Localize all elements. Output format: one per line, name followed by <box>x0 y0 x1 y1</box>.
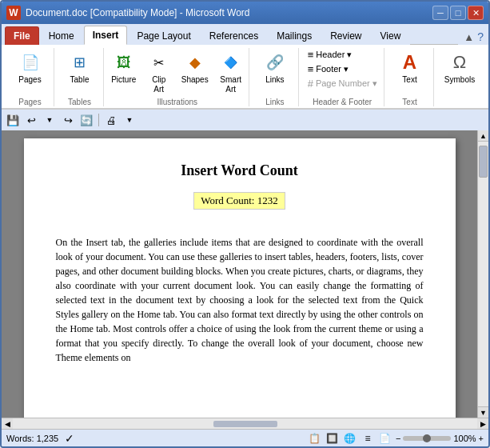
symbols-icon: Ω <box>447 50 472 75</box>
h-scroll-track[interactable] <box>13 418 477 429</box>
tab-home[interactable]: Home <box>40 26 83 45</box>
document-title: Insert Word Count <box>56 162 424 179</box>
status-bar-right: 📋 🔲 🌐 ≡ 📄 − 100% + <box>308 431 484 446</box>
picture-button[interactable]: 🖼 Picture <box>108 48 140 86</box>
header-button[interactable]: ≡ Header ▾ <box>305 48 380 62</box>
print-qa-button[interactable]: 🖨 <box>103 112 119 128</box>
text-icon: A <box>397 50 423 75</box>
pages-label: Pages <box>18 75 41 85</box>
quick-access-toolbar: 💾 ↩ ▼ ↪ 🔄 🖨 ▼ <box>2 110 488 130</box>
scroll-track[interactable] <box>478 142 488 406</box>
footer-icon: ≡ <box>308 63 314 75</box>
window-title: Document.doc [Compatibility Mode] - Micr… <box>26 7 250 18</box>
scroll-down-button[interactable]: ▼ <box>478 406 488 418</box>
text-label: Text <box>402 75 416 85</box>
scroll-thumb[interactable] <box>479 146 488 178</box>
tab-view[interactable]: View <box>372 26 410 45</box>
horizontal-scrollbar[interactable]: ◀ ▶ <box>2 418 488 429</box>
links-label: Links <box>265 75 284 85</box>
symbols-button[interactable]: Ω Symbols <box>441 48 478 86</box>
header-footer-group-items: ≡ Header ▾ ≡ Footer ▾ # Page Number ▾ <box>305 48 380 96</box>
title-bar: W Document.doc [Compatibility Mode] - Mi… <box>2 2 488 24</box>
minimize-button[interactable]: ─ <box>432 6 448 20</box>
app-icon: W <box>6 6 21 20</box>
save-qa-button[interactable]: 💾 <box>5 112 21 128</box>
ribbon-tabs: File Home Insert Page Layout References … <box>2 24 488 45</box>
status-bar: Words: 1,235 ✓ 📋 🔲 🌐 ≡ 📄 − 100% + <box>2 429 488 446</box>
table-label: Table <box>70 75 90 85</box>
view-full-icon[interactable]: 🔲 <box>325 431 340 446</box>
shapes-button[interactable]: ◆ Shapes <box>178 48 212 86</box>
view-draft-icon[interactable]: 📄 <box>378 431 392 446</box>
zoom-in-button[interactable]: + <box>479 434 484 443</box>
vertical-scrollbar[interactable]: ▲ ▼ <box>477 130 488 418</box>
help-icon[interactable]: ▲ <box>464 31 474 43</box>
redo-qa-button[interactable]: ↪ <box>60 112 76 128</box>
word-count-label: Word Count: <box>201 194 254 206</box>
ribbon-group-symbols: Ω Symbols <box>436 48 484 106</box>
clip-art-button[interactable]: ✂ ClipArt <box>143 48 175 96</box>
maximize-button[interactable]: □ <box>450 6 466 20</box>
scroll-right-button[interactable]: ▶ <box>477 418 488 429</box>
pages-button[interactable]: 📄 Pages <box>14 48 46 86</box>
smartart-icon: 🔷 <box>218 50 244 75</box>
text-group-label: Text <box>402 98 416 106</box>
undo-dropdown-button[interactable]: ▼ <box>42 112 58 128</box>
tab-mailings[interactable]: Mailings <box>268 26 321 45</box>
status-bar-left: Words: 1,235 ✓ <box>6 432 74 445</box>
view-web-icon[interactable]: 🌐 <box>343 431 357 446</box>
ribbon-content: 📄 Pages Pages ⊞ Table Tables <box>2 45 488 109</box>
close-button[interactable]: ✕ <box>468 6 484 20</box>
document-body: On the Insert tab, the galleries include… <box>56 235 424 365</box>
word-count-value: 1232 <box>257 194 278 206</box>
links-group-items: 🔗 Links <box>259 48 291 96</box>
page-number-label: Page Number ▾ <box>316 78 377 89</box>
footer-button[interactable]: ≡ Footer ▾ <box>305 62 380 76</box>
tab-insert[interactable]: Insert <box>84 26 128 45</box>
h-scroll-thumb[interactable] <box>213 421 277 427</box>
ribbon-group-links: 🔗 Links Links <box>251 48 299 106</box>
tab-file[interactable]: File <box>5 26 39 45</box>
scroll-left-button[interactable]: ◀ <box>2 418 13 429</box>
view-outline-icon[interactable]: ≡ <box>361 431 375 446</box>
scroll-up-button[interactable]: ▲ <box>478 130 488 142</box>
smartart-button[interactable]: 🔷 SmartArt <box>215 48 247 96</box>
zoom-slider[interactable] <box>403 436 451 441</box>
symbols-group-items: Ω Symbols <box>441 48 478 105</box>
text-button[interactable]: A Text <box>394 48 426 86</box>
ribbon: File Home Insert Page Layout References … <box>2 24 488 110</box>
zoom-out-button[interactable]: − <box>396 434 400 443</box>
picture-label: Picture <box>111 75 136 85</box>
footer-label: Footer ▾ <box>316 64 349 74</box>
pages-group-items: 📄 Pages <box>14 48 46 96</box>
illustrations-group-label: Illustrations <box>157 98 197 106</box>
zoom-level: 100% <box>453 434 476 443</box>
table-button[interactable]: ⊞ Table <box>64 48 96 86</box>
document-scroll-area[interactable]: Insert Word Count Word Count: 1232 On th… <box>2 130 477 418</box>
word-count-container: Word Count: 1232 <box>56 192 424 222</box>
document-container: Insert Word Count Word Count: 1232 On th… <box>2 130 488 418</box>
clip-art-icon: ✂ <box>146 50 172 75</box>
ribbon-group-illustrations: 🖼 Picture ✂ ClipArt ◆ Shapes 🔷 SmartArt <box>106 48 249 106</box>
text-group-items: A Text <box>394 48 426 96</box>
links-button[interactable]: 🔗 Links <box>259 48 291 86</box>
title-bar-left: W Document.doc [Compatibility Mode] - Mi… <box>6 6 250 20</box>
view-print-icon[interactable]: 📋 <box>308 431 322 446</box>
symbols-label: Symbols <box>444 75 475 85</box>
zoom-controls: − 100% + <box>396 434 484 443</box>
refresh-qa-button[interactable]: 🔄 <box>78 112 94 128</box>
tab-review[interactable]: Review <box>321 26 370 45</box>
header-label: Header ▾ <box>316 50 352 60</box>
ribbon-group-header-footer: ≡ Header ▾ ≡ Footer ▾ # Page Number ▾ <box>301 48 384 106</box>
page-number-button[interactable]: # Page Number ▾ <box>305 77 380 90</box>
shapes-label: Shapes <box>181 75 209 85</box>
tab-page-layout[interactable]: Page Layout <box>128 26 199 45</box>
undo-qa-button[interactable]: ↩ <box>23 112 39 128</box>
help-question-icon[interactable]: ? <box>477 30 484 43</box>
links-group-label: Links <box>265 98 284 106</box>
more-qa-button[interactable]: ▼ <box>122 112 137 128</box>
proofing-icon[interactable]: ✓ <box>65 432 74 445</box>
header-footer-items: ≡ Header ▾ ≡ Footer ▾ # Page Number ▾ <box>305 48 380 90</box>
zoom-slider-thumb[interactable] <box>423 434 431 442</box>
tab-references[interactable]: References <box>201 26 267 45</box>
